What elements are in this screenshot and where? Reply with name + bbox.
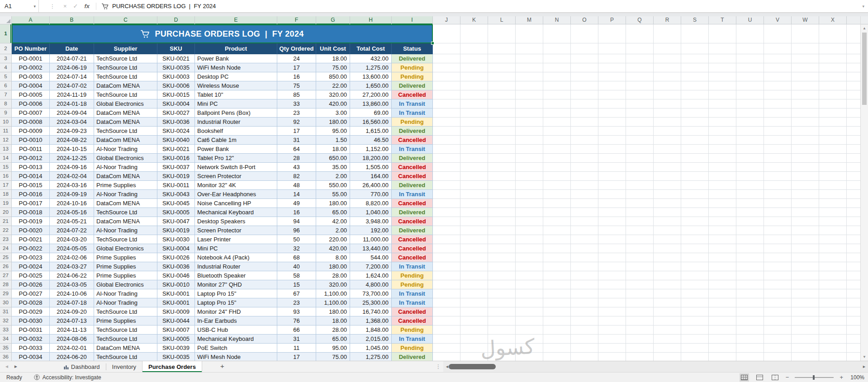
cell[interactable]: DataCom MENA [94,118,157,127]
cell[interactable]: 1,275.00 [350,63,392,72]
cell[interactable]: 18.00 [316,316,350,325]
cell[interactable]: 2024-03-20 [50,235,94,244]
row-header-28[interactable]: 28 [0,280,11,289]
cell[interactable]: 64 [277,145,316,154]
cell[interactable]: Cat6 Cable 1m [195,136,277,145]
cell[interactable]: Desktop PC [195,72,277,81]
cell[interactable]: 770.00 [350,190,392,199]
row-header-3[interactable]: 3 [0,54,11,63]
row-header-25[interactable]: 25 [0,253,11,262]
cell[interactable]: 2.00 [316,226,350,235]
cell[interactable]: SKU-0005 [157,335,195,344]
cell[interactable]: 2024-01-18 [50,99,94,108]
cell[interactable]: DataCom MENA [94,81,157,90]
cell[interactable]: PO-0006 [12,99,50,108]
cell[interactable]: SKU-0037 [157,163,195,172]
column-header-X[interactable]: X [819,16,847,24]
cell[interactable]: 7,200.00 [350,262,392,271]
cell[interactable]: 11,000.00 [350,235,392,244]
cell[interactable]: 65.00 [316,208,350,217]
cell[interactable]: SKU-0045 [157,199,195,208]
cell[interactable]: WiFi Mesh Node [195,63,277,72]
name-box[interactable]: A1 ▾ [0,0,39,12]
cell[interactable]: Tablet 10" [195,90,277,99]
cell[interactable]: Industrial Router [195,262,277,271]
cell[interactable]: 2024-06-22 [50,271,94,280]
row-header-5[interactable]: 5 [0,72,11,81]
cell[interactable]: 2024-07-22 [50,226,94,235]
column-header-V[interactable]: V [764,16,792,24]
row-header-9[interactable]: 9 [0,108,11,118]
cell[interactable]: 1,100.00 [316,298,350,307]
cell[interactable]: Al-Noor Trading [94,289,157,298]
cell[interactable]: 15 [277,280,316,289]
cell[interactable]: 27,200.00 [350,90,392,99]
cell[interactable]: Prime Supplies [94,316,157,325]
status-cell[interactable]: Cancelled [392,136,433,145]
cell[interactable]: PO-0002 [12,63,50,72]
cell[interactable]: PO-0012 [12,154,50,163]
cell[interactable]: 68 [277,253,316,262]
cell[interactable]: Screen Protector [195,226,277,235]
sheet-nav-next-icon[interactable]: ► [14,364,18,369]
cell[interactable]: Bookshelf [195,127,277,136]
row-header-6[interactable]: 6 [0,81,11,90]
cell[interactable]: PO-0011 [12,145,50,154]
status-cell[interactable]: Pending [392,280,433,289]
cell[interactable]: SKU-0007 [157,325,195,335]
cancel-icon[interactable]: × [63,3,67,9]
cell[interactable]: 420.00 [316,99,350,108]
cell[interactable]: SKU-0001 [157,289,195,298]
status-cell[interactable]: Delivered [392,353,433,361]
cell[interactable]: 420.00 [316,244,350,253]
cell[interactable]: PO-0031 [12,325,50,335]
cell[interactable]: PO-0025 [12,271,50,280]
cell[interactable]: 22.00 [316,81,350,90]
cell[interactable]: 50 [277,235,316,244]
zoom-in-button[interactable]: + [840,374,843,381]
cell[interactable]: 95.00 [316,344,350,353]
cell[interactable]: SKU-0004 [157,244,195,253]
cell[interactable]: Notebook A4 (Pack) [195,253,277,262]
row-header-7[interactable]: 7 [0,90,11,99]
formula-bar-collapse-icon[interactable]: ▾ [862,4,864,9]
row-header-19[interactable]: 19 [0,199,11,208]
row-header-18[interactable]: 18 [0,190,11,199]
cell[interactable]: SKU-0009 [157,307,195,316]
status-cell[interactable]: In Transit [392,262,433,271]
cell[interactable]: 69.00 [350,108,392,118]
cell[interactable]: 550.00 [316,181,350,190]
cell[interactable]: 2024-05-05 [50,244,94,253]
cell[interactable]: 1,275.00 [350,353,392,361]
cell[interactable]: 96 [277,226,316,235]
confirm-icon[interactable]: ✓ [73,3,78,9]
cell[interactable]: Desktop Speakers [195,217,277,226]
cell[interactable]: Mini PC [195,244,277,253]
cell[interactable]: 16,560.00 [350,118,392,127]
status-cell[interactable]: Delivered [392,154,433,163]
tab-inventory[interactable]: Inventory [106,361,142,373]
column-header-L[interactable]: L [488,16,516,24]
status-cell[interactable]: In Transit [392,108,433,118]
cell[interactable]: Over-Ear Headphones [195,190,277,199]
cell[interactable]: SKU-0030 [157,235,195,244]
row-header-32[interactable]: 32 [0,316,11,325]
cell[interactable]: SKU-0021 [157,54,195,63]
row-header-2[interactable]: 2 [0,43,11,54]
row-header-23[interactable]: 23 [0,235,11,244]
status-cell[interactable]: Cancelled [392,199,433,208]
cell[interactable]: 13,600.00 [350,72,392,81]
cell[interactable]: TechSource Ltd [94,307,157,316]
cell[interactable]: SKU-0004 [157,99,195,108]
cell[interactable]: 28.00 [316,325,350,335]
cell[interactable]: TechSource Ltd [94,208,157,217]
scroll-down-icon[interactable]: ▼ [861,355,868,359]
cell[interactable]: PO-0007 [12,108,50,118]
cell[interactable]: Mechanical Keyboard [195,208,277,217]
status-cell[interactable]: In Transit [392,298,433,307]
row-header-10[interactable]: 10 [0,118,11,127]
status-cell[interactable]: In Transit [392,145,433,154]
scroll-up-icon[interactable]: ▲ [861,26,868,30]
cell[interactable]: 2024-11-19 [50,90,94,99]
cell[interactable]: PO-0034 [12,353,50,361]
